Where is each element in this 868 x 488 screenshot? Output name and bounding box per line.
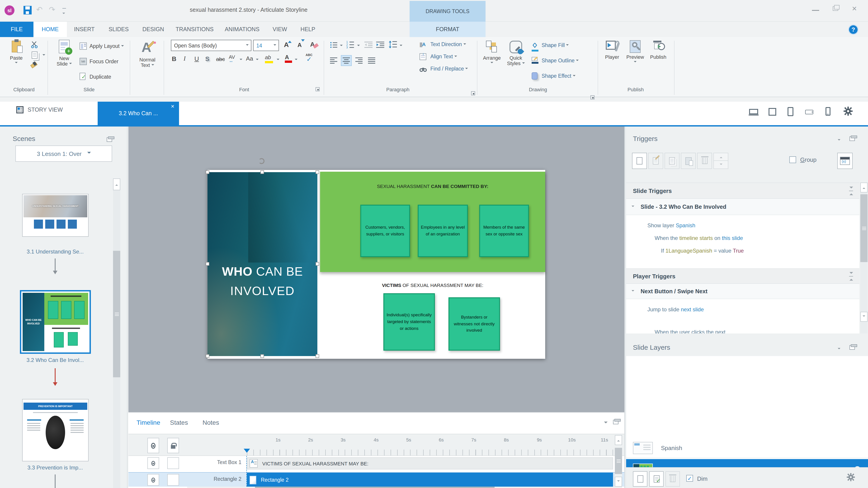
tab-file[interactable]: FILE (0, 22, 33, 37)
scene-label-3-2[interactable]: 3.2 Who Can Be Invol... (10, 357, 100, 363)
find-replace-button[interactable]: Find / Replace (430, 66, 468, 71)
trigger-clipped-row[interactable]: When the user clicks the next (655, 329, 725, 333)
grow-font-button[interactable]: A (284, 41, 289, 48)
decrease-indent-icon[interactable] (364, 41, 373, 50)
copy-icon[interactable] (32, 52, 37, 59)
tab-home[interactable]: HOME (33, 22, 67, 37)
strikethrough-button[interactable]: abc (216, 56, 225, 62)
dim-checkbox[interactable]: ✓ (686, 475, 693, 482)
new-slide-button[interactable]: + New Slide (53, 40, 76, 66)
triggers-menu-caret[interactable] (838, 139, 840, 142)
selection-handle[interactable] (206, 262, 209, 266)
row-name[interactable]: Text Box 1 (187, 459, 241, 465)
trigger-group-row[interactable]: Next Button / Swipe Next (626, 284, 860, 299)
tab-slides[interactable]: SLIDES (102, 22, 135, 37)
timeline-vscrollbar[interactable] (615, 434, 622, 488)
font-color-caret[interactable] (295, 59, 298, 61)
paragraph-dialog-launcher[interactable] (471, 91, 475, 95)
line-spacing-icon[interactable] (389, 41, 397, 50)
scene-thumb-3-3[interactable]: PREVENTION IS IMPORTANT (22, 399, 89, 461)
qat-more-icon[interactable] (62, 8, 66, 18)
selection-handle[interactable] (206, 354, 209, 358)
story-view-tab[interactable]: STORY VIEW (16, 106, 63, 113)
selection-handle[interactable] (206, 170, 209, 174)
selection-handle[interactable] (260, 354, 264, 358)
spellcheck-button[interactable]: ABC✓ (306, 53, 312, 63)
new-layer-button[interactable] (633, 471, 647, 487)
change-case-button[interactable]: Aa (246, 55, 253, 62)
group-checkbox-label[interactable]: Group (800, 156, 816, 163)
paste-button[interactable]: Paste (5, 40, 27, 65)
change-case-caret[interactable] (256, 59, 258, 61)
redo-icon[interactable]: ↷ (49, 5, 55, 14)
new-trigger-button[interactable] (632, 153, 647, 169)
align-right-button[interactable] (353, 55, 364, 66)
drawing-dialog-launcher[interactable] (590, 95, 594, 99)
scene-label-3-3[interactable]: 3.3 Prevention is Imp... (10, 464, 100, 471)
player-triggers-header[interactable]: Player Triggers (626, 268, 860, 284)
variables-button[interactable]: (x) (837, 153, 852, 169)
view-settings-gear-icon[interactable] (844, 107, 852, 118)
scene-thumb-3-2[interactable]: WHO CAN BE INVOLVED (20, 290, 91, 354)
font-dialog-launcher[interactable] (315, 87, 320, 91)
tab-animations[interactable]: ANIMATIONS (218, 22, 266, 37)
delete-layer-button[interactable] (665, 471, 680, 487)
device-desktop-icon[interactable] (769, 108, 776, 116)
numbering-caret[interactable] (357, 45, 360, 47)
triggers-scrollbar[interactable] (860, 183, 868, 333)
clear-formatting-button[interactable]: A (310, 41, 315, 48)
committed-panel[interactable]: SEXUAL HARASSMENT CAN BE COMMITTED BY: C… (320, 172, 545, 272)
normal-text-button[interactable]: A Normal Text (133, 40, 162, 68)
scene-thumb-3-1[interactable]: UNDERSTANDING SEXUAL HARASSMENT (22, 194, 89, 237)
publish-button[interactable]: Publish (647, 40, 669, 60)
victim-box[interactable]: Individual(s) specifically targeted by s… (383, 293, 435, 351)
collapse-caret-icon[interactable] (631, 205, 634, 208)
highlight-caret[interactable] (277, 59, 279, 61)
timeline-panel-window-icon[interactable] (613, 420, 618, 424)
apply-layout-button[interactable]: Apply Layout (90, 43, 124, 49)
duplicate-button[interactable]: Duplicate (90, 74, 111, 79)
row-lock-toggle[interactable] (167, 474, 179, 486)
line-spacing-caret[interactable] (400, 45, 402, 47)
numbering-icon[interactable]: 123 (346, 41, 354, 50)
device-phone-landscape-icon[interactable] (805, 110, 813, 114)
justify-button[interactable] (366, 55, 377, 66)
layers-menu-caret[interactable] (838, 348, 840, 351)
lock-column-header[interactable] (167, 438, 179, 453)
collapse-caret-icon[interactable] (631, 290, 634, 293)
align-center-button[interactable] (341, 55, 352, 66)
tab-view[interactable]: VIEW (266, 22, 294, 37)
preview-button[interactable]: Preview (624, 40, 647, 64)
row-lock-toggle[interactable] (167, 457, 179, 469)
device-tablet-icon[interactable] (787, 107, 794, 116)
tab-insert[interactable]: INSERT (67, 22, 102, 37)
selection-handle[interactable] (260, 170, 264, 174)
increase-indent-icon[interactable] (376, 41, 384, 50)
format-painter-icon[interactable] (31, 63, 37, 70)
font-size-select[interactable]: 14 (253, 40, 279, 51)
device-laptop-icon[interactable] (749, 109, 758, 116)
trigger-when-condition[interactable]: When the timeline starts on this slide (655, 235, 743, 241)
dim-checkbox-label[interactable]: Dim (697, 475, 708, 482)
device-phone-portrait-icon[interactable] (826, 107, 831, 116)
scenes-scrollbar[interactable] (113, 178, 120, 488)
tab-close-icon[interactable]: ✕ (170, 104, 175, 109)
bullets-caret[interactable] (340, 45, 343, 47)
slide-triggers-header[interactable]: Slide Triggers (626, 183, 860, 199)
timeline-menu-caret[interactable] (604, 422, 608, 425)
selection-handle[interactable] (315, 262, 319, 266)
char-spacing-caret[interactable] (240, 59, 242, 61)
arrange-button[interactable]: Arrange (481, 40, 503, 65)
bold-button[interactable]: B (172, 55, 176, 62)
minimize-button[interactable] (812, 10, 819, 11)
save-icon[interactable] (24, 6, 32, 14)
visibility-column-header[interactable] (147, 438, 159, 453)
shape-effect-button[interactable]: Shape Effect (541, 73, 576, 78)
triggers-panel-window-icon[interactable] (849, 136, 855, 141)
trigger-jump-next[interactable]: Jump to slide next slide (647, 306, 704, 313)
shape-fill-button[interactable]: Shape Fill (541, 42, 569, 48)
cut-icon[interactable] (31, 41, 38, 50)
committed-box[interactable]: Members of the same sex or opposite sex (479, 205, 529, 257)
selection-handle[interactable] (315, 170, 319, 174)
collapse-all-icon[interactable] (849, 186, 853, 195)
